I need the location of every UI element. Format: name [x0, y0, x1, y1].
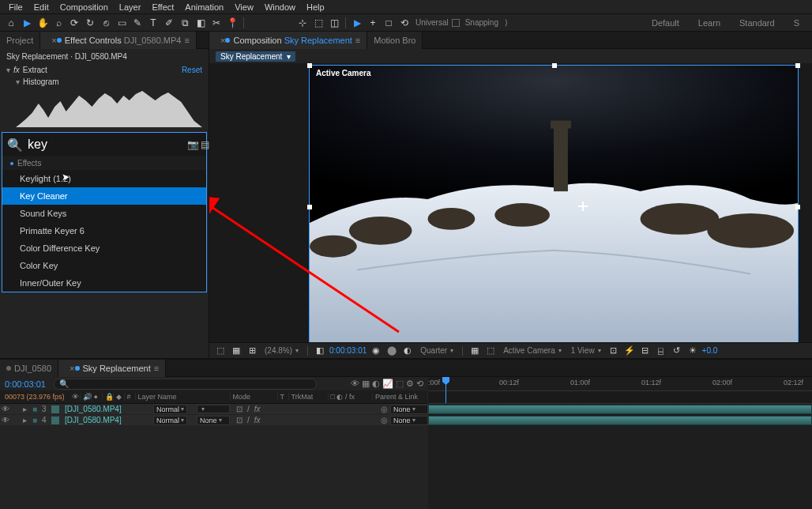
camera-dropdown[interactable]: Active Camera▾	[500, 346, 565, 355]
pen-tool-icon[interactable]: ✎	[130, 16, 145, 30]
mask-toggle-icon[interactable]: ⬚	[214, 345, 227, 357]
layer-name[interactable]: [DJI_0580.MP4]	[62, 416, 153, 424]
col-lock-icon[interactable]: 🔒	[103, 393, 114, 401]
grid-icon[interactable]: ⊞	[246, 345, 258, 357]
trkmat-dropdown[interactable]: None▾	[197, 416, 230, 425]
col-audio-icon[interactable]: 🔊	[81, 393, 92, 401]
add-tool-icon[interactable]: +	[366, 16, 380, 30]
flowchart-icon[interactable]: ⌸	[655, 345, 667, 357]
menu-file[interactable]: File	[3, 2, 28, 12]
anchor-reticle-icon[interactable]	[578, 202, 588, 211]
parent-dropdown[interactable]: None▾	[390, 416, 428, 425]
layer-bar-3[interactable]	[428, 405, 812, 414]
workspace-more[interactable]: S	[794, 18, 799, 28]
tab-project[interactable]: Project	[0, 32, 40, 49]
alpha-icon[interactable]: ◐	[401, 345, 414, 357]
effect-reset-link[interactable]: Reset	[182, 66, 202, 74]
timeline-search-input[interactable]	[54, 379, 317, 390]
result-inner-outer-key[interactable]: Inner/Outer Key	[2, 274, 206, 292]
menu-view[interactable]: View	[229, 2, 259, 12]
handle-tr[interactable]	[795, 63, 800, 68]
timeline-nav-icon[interactable]: ⟲	[416, 379, 423, 389]
orbit-tool-icon[interactable]: ⟳	[67, 16, 81, 30]
menu-effect[interactable]: Effect	[146, 2, 179, 12]
workspace-default[interactable]: Default	[652, 18, 679, 28]
handle-mr[interactable]	[795, 205, 800, 209]
fast-preview-icon[interactable]: ⚡	[623, 345, 636, 357]
puppet-tool-icon[interactable]: 📍	[225, 16, 239, 30]
layer-row[interactable]: 👁▸■3[DJI_0580.MP4]Normal▾▾⊡/fx◎None▾	[0, 404, 428, 415]
circle-tool-icon[interactable]: ⟲	[397, 16, 412, 30]
tab-close-icon[interactable]: ×	[51, 36, 56, 45]
timeline-icon[interactable]: ⊟	[639, 345, 652, 357]
fx-badge-icon[interactable]: fx	[13, 66, 20, 74]
menu-composition[interactable]: Composition	[55, 2, 114, 12]
trkmat-dropdown[interactable]: ▾	[197, 405, 230, 413]
blend-mode-dropdown[interactable]: Normal▾	[153, 405, 187, 414]
result-primatte[interactable]: Primatte Keyer 6	[2, 222, 206, 239]
text-tool-icon[interactable]: T	[146, 16, 160, 30]
gallery-icon[interactable]: ▤	[201, 136, 209, 153]
timeline-ruler[interactable]: :00f00:12f01:00f01:12f02:00f02:12f	[428, 377, 812, 391]
menu-help[interactable]: Help	[301, 2, 330, 12]
panel-menu-icon[interactable]: ≡	[154, 364, 159, 373]
eye-toggle-icon[interactable]: 👁	[0, 416, 11, 424]
layer-name[interactable]: [DJI_0580.MP4]	[62, 405, 153, 413]
result-color-diff-key[interactable]: Color Difference Key	[2, 239, 206, 257]
timeline-ruler-area[interactable]: :00f00:12f01:00f01:12f02:00f02:12f	[428, 377, 812, 403]
layer-row[interactable]: 👁▸■4[DJI_0580.MP4]Normal▾None▾⊡/fx◎None▾	[0, 415, 428, 426]
motion-blur-icon[interactable]: ◐	[372, 379, 380, 389]
parent-pickwhip-icon[interactable]: ◎	[378, 416, 390, 424]
camera-icon[interactable]: 📷	[187, 136, 199, 153]
tab-dji[interactable]: DJI_0580	[0, 360, 58, 377]
menu-edit[interactable]: Edit	[28, 2, 55, 12]
panel-menu-icon[interactable]: ≡	[355, 36, 360, 45]
result-color-key[interactable]: Color Key	[2, 257, 206, 274]
col-label-icon[interactable]: ◆	[114, 393, 125, 401]
parent-pickwhip-icon[interactable]: ◎	[378, 405, 390, 413]
channel-icon[interactable]: ⬤	[385, 345, 398, 357]
3d-x-icon[interactable]: ⬚	[311, 16, 325, 30]
tab-close-icon[interactable]: ×	[70, 364, 74, 373]
viewer[interactable]: Active Camera	[209, 63, 812, 342]
draft-3d-icon[interactable]: ⬚	[396, 379, 404, 389]
tab-effect-controls[interactable]: × Effect Controls DJI_0580.MP4 ≡	[40, 32, 197, 49]
tab-composition[interactable]: × Composition Sky Replacement ≡	[209, 32, 367, 49]
result-sound-keys[interactable]: Sound Keys	[2, 205, 206, 222]
exposure-value[interactable]: +0.0	[702, 346, 718, 355]
axis-tool-icon[interactable]: ⊹	[295, 16, 310, 30]
menu-window[interactable]: Window	[259, 2, 301, 12]
home-icon[interactable]: ⌂	[4, 16, 18, 30]
roto-tool-icon[interactable]: ✂	[209, 16, 224, 30]
graph-editor-icon[interactable]: 📈	[382, 379, 393, 389]
brush-tool-icon[interactable]: ✐	[162, 16, 176, 30]
menu-layer[interactable]: Layer	[114, 2, 147, 12]
result-key-cleaner[interactable]: Key Cleaner	[2, 187, 206, 205]
anchor-tool-icon[interactable]: ⎋	[99, 16, 113, 30]
workspace-learn[interactable]: Learn	[698, 18, 720, 28]
histogram-graphic[interactable]	[16, 89, 202, 127]
effect-row-histogram[interactable]: ▾ Histogram	[0, 76, 209, 88]
switches-icon[interactable]: ⚙	[406, 379, 414, 389]
eye-toggle-icon[interactable]: 👁	[0, 405, 11, 413]
snapping-checkbox[interactable]	[452, 19, 460, 27]
square-tool-icon[interactable]: □	[382, 16, 396, 30]
search-category[interactable]: Effects	[2, 156, 206, 170]
viewer-timecode[interactable]: 0:00:03:01	[329, 346, 367, 355]
zoom-tool-icon[interactable]: ⌕	[51, 16, 66, 30]
3d-view-icon[interactable]: ⬚	[484, 345, 497, 357]
handle-tl[interactable]	[307, 63, 312, 68]
col-solo-icon[interactable]: ●	[92, 393, 103, 401]
res-auto-icon[interactable]: ◧	[314, 345, 326, 357]
region-icon[interactable]: ▦	[230, 345, 242, 357]
exposure-icon[interactable]: ☀	[686, 345, 699, 357]
rotate-tool-icon[interactable]: ↻	[83, 16, 97, 30]
handle-ml[interactable]	[307, 205, 312, 209]
layer-bar-4[interactable]	[428, 416, 812, 425]
3d-y-icon[interactable]: ◫	[327, 16, 341, 30]
snapping-chevron[interactable]: ⟩	[505, 18, 508, 27]
parent-dropdown[interactable]: None▾	[390, 405, 428, 414]
transparency-grid-icon[interactable]: ▦	[468, 345, 481, 357]
search-input[interactable]	[28, 138, 186, 152]
selection-tool-icon[interactable]: ▶	[20, 16, 34, 30]
